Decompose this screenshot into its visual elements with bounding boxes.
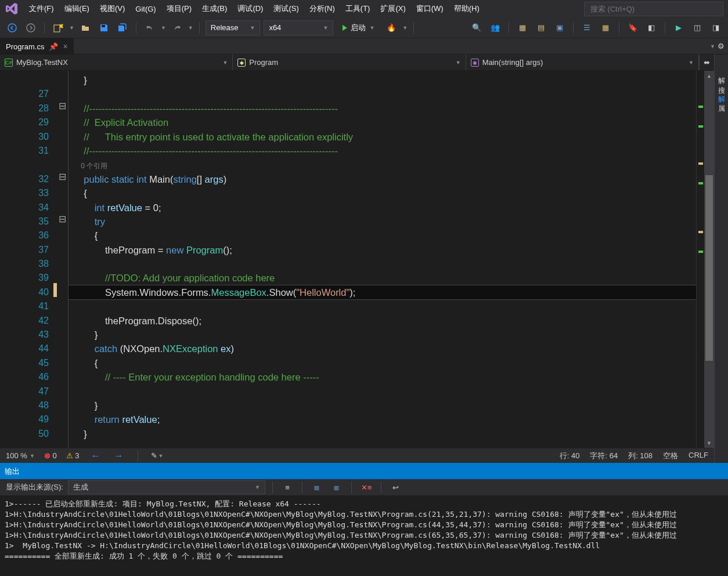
- output-source-label: 显示输出来源(S):: [6, 482, 63, 492]
- error-icon: ⊗: [44, 451, 51, 460]
- search-input[interactable]: [584, 2, 723, 16]
- nav-class-combo[interactable]: ◆ Program▼: [233, 55, 466, 70]
- class-icon: ◆: [237, 59, 246, 67]
- zoom-combo[interactable]: 100 %▼: [6, 451, 35, 460]
- bookmark-icon[interactable]: 🔖: [625, 20, 640, 35]
- svg-point-0: [8, 24, 16, 32]
- menu-build[interactable]: 生成(B): [197, 1, 232, 16]
- tool-icon[interactable]: ◨: [708, 20, 723, 35]
- tool-icon[interactable]: ▣: [552, 20, 567, 35]
- tab-overflow-icon[interactable]: ▼: [710, 44, 715, 49]
- right-tool-tabs: 解 搜 解 属: [714, 55, 728, 463]
- scroll-down-icon[interactable]: ▼: [704, 438, 714, 448]
- code-body[interactable]: } //------------------------------------…: [69, 71, 696, 448]
- menu-tools[interactable]: 工具(T): [341, 1, 375, 16]
- tool-icon[interactable]: ▦: [598, 20, 613, 35]
- warning-icon: ⚠: [66, 451, 73, 460]
- svg-point-1: [27, 24, 35, 32]
- output-title[interactable]: 输出: [0, 464, 728, 479]
- editor-status-bar: 100 %▼ ⊗ 0 ⚠ 3 ← → ✎▼ 行: 40 字符: 64 列: 10…: [0, 448, 714, 463]
- cursor-char: 字符: 64: [590, 451, 618, 461]
- next-issue-button[interactable]: →: [112, 451, 126, 461]
- caret-icon[interactable]: ▼: [161, 25, 166, 31]
- visual-studio-logo-icon: [5, 2, 19, 16]
- svg-rect-2: [54, 25, 60, 32]
- svg-rect-3: [102, 25, 105, 27]
- tool-icon[interactable]: ▤: [534, 20, 549, 35]
- menu-debug[interactable]: 调试(D): [233, 1, 268, 16]
- tool-icon[interactable]: ▦: [515, 20, 530, 35]
- output-tool-icon[interactable]: ≣: [329, 480, 344, 495]
- undo-button[interactable]: [142, 20, 157, 35]
- output-panel: 输出 显示输出来源(S): 生成▼ ≡ ≣ ≣ ✕≡ ↩ 1>------ 已启…: [0, 463, 728, 576]
- overview-ruler[interactable]: [696, 71, 704, 448]
- vertical-scrollbar[interactable]: ▲ ▼: [704, 71, 714, 448]
- menu-help[interactable]: 帮助(H): [449, 1, 484, 16]
- play-icon: [343, 25, 347, 31]
- lightbulb-icon[interactable]: 💡: [69, 287, 70, 300]
- fold-gutter[interactable]: ⊟⊟⊟: [57, 71, 69, 448]
- save-all-button[interactable]: [115, 20, 130, 35]
- method-icon: ◉: [471, 59, 479, 67]
- code-editor[interactable]: 2728293031323334353637383940414243444546…: [0, 71, 714, 448]
- settings-icon[interactable]: ⚙: [718, 42, 725, 50]
- output-tool-icon[interactable]: ≡: [280, 480, 295, 495]
- caret-icon[interactable]: ▼: [188, 25, 193, 31]
- warning-count[interactable]: ⚠ 3: [66, 451, 80, 460]
- live-share-icon[interactable]: 👥: [488, 20, 503, 35]
- nav-back-button[interactable]: [5, 20, 20, 35]
- open-button[interactable]: [78, 20, 93, 35]
- new-item-button[interactable]: [51, 20, 66, 35]
- close-icon[interactable]: ×: [63, 42, 67, 51]
- config-combo[interactable]: Release▼: [206, 20, 261, 35]
- tool-icon[interactable]: ▶: [671, 20, 686, 35]
- tool-icon[interactable]: ◧: [644, 20, 659, 35]
- line-number-gutter: 2728293031323334353637383940414243444546…: [0, 71, 53, 448]
- split-editor-icon[interactable]: ⬌: [699, 55, 714, 70]
- menu-extensions[interactable]: 扩展(X): [376, 1, 410, 16]
- code-nav-bar: C# MyBlog.TestNX▼ ◆ Program▼ ◉ Main(stri…: [0, 55, 714, 71]
- clear-output-icon[interactable]: ✕≡: [359, 480, 374, 495]
- platform-combo[interactable]: x64▼: [264, 20, 333, 35]
- caret-icon[interactable]: ▼: [402, 25, 408, 31]
- scroll-up-icon[interactable]: ▲: [704, 71, 714, 81]
- tab-program-cs[interactable]: Program.cs 📌 ×: [0, 38, 74, 54]
- find-in-files-icon[interactable]: 🔍: [469, 20, 484, 35]
- menu-bar: 文件(F) 编辑(E) 视图(V) Git(G) 项目(P) 生成(B) 调试(…: [0, 0, 728, 17]
- csharp-project-icon: C#: [5, 59, 13, 67]
- output-text[interactable]: 1>------ 已启动全部重新生成: 项目: MyBlog.TestNX, 配…: [0, 495, 728, 576]
- prev-issue-button[interactable]: ←: [89, 451, 103, 461]
- menu-edit[interactable]: 编辑(E): [60, 1, 94, 16]
- nav-fwd-button[interactable]: [23, 20, 38, 35]
- menu-file[interactable]: 文件(F): [24, 1, 59, 16]
- tool-icon[interactable]: ☰: [579, 20, 594, 35]
- output-tool-icon[interactable]: ≣: [309, 480, 325, 495]
- tool-icon[interactable]: ◫: [690, 20, 705, 35]
- menu-window[interactable]: 窗口(W): [412, 1, 448, 16]
- pen-icon[interactable]: ✎▼: [150, 448, 165, 463]
- start-debug-button[interactable]: 启动▼: [337, 21, 380, 35]
- main-toolbar: ▼ ▼ ▼ Release▼ x64▼ 启动▼ 🔥 ▼ 🔍 👥 ▦ ▤ ▣ ☰ …: [0, 17, 728, 38]
- menu-analyze[interactable]: 分析(N): [305, 1, 340, 16]
- line-ending[interactable]: CRLF: [689, 451, 708, 461]
- scrollbar-thumb[interactable]: [705, 175, 713, 361]
- tab-label: Program.cs: [6, 42, 44, 51]
- menu-test[interactable]: 测试(S): [269, 1, 303, 16]
- hot-reload-button[interactable]: 🔥: [384, 20, 399, 35]
- nav-project-combo[interactable]: C# MyBlog.TestNX▼: [0, 55, 233, 70]
- insert-mode[interactable]: 空格: [663, 451, 678, 461]
- pin-icon[interactable]: 📌: [49, 42, 58, 51]
- cursor-line: 行: 40: [560, 451, 580, 461]
- wrap-icon[interactable]: ↩: [388, 480, 403, 495]
- error-count[interactable]: ⊗ 0: [44, 451, 57, 460]
- output-source-combo[interactable]: 生成▼: [68, 480, 265, 494]
- menu-project[interactable]: 项目(P): [162, 1, 196, 16]
- output-toolbar: 显示输出来源(S): 生成▼ ≡ ≣ ≣ ✕≡ ↩: [0, 479, 728, 495]
- menu-view[interactable]: 视图(V): [95, 1, 129, 16]
- redo-button[interactable]: [170, 20, 185, 35]
- nav-method-combo[interactable]: ◉ Main(string[] args)▼: [466, 55, 699, 70]
- menu-git[interactable]: Git(G): [131, 2, 160, 16]
- caret-icon[interactable]: ▼: [69, 25, 74, 31]
- save-button[interactable]: [96, 20, 111, 35]
- document-tabs: Program.cs 📌 × ▼ ⚙: [0, 38, 728, 55]
